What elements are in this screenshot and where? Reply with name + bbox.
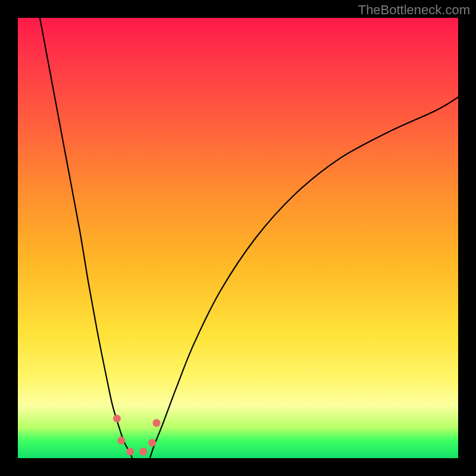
watermark-text: TheBottleneck.com [358,2,470,18]
chart-frame: TheBottleneck.com [0,0,476,476]
threshold-dot [117,437,125,444]
threshold-dot [126,447,134,455]
threshold-dot [113,415,121,422]
threshold-dot [153,419,161,427]
gradient-plot-area [18,18,458,458]
threshold-dot [139,447,147,455]
curve-overlay [18,18,458,458]
curve-left-branch [40,18,132,458]
threshold-dot [148,439,156,447]
curve-right-branch [150,97,458,458]
